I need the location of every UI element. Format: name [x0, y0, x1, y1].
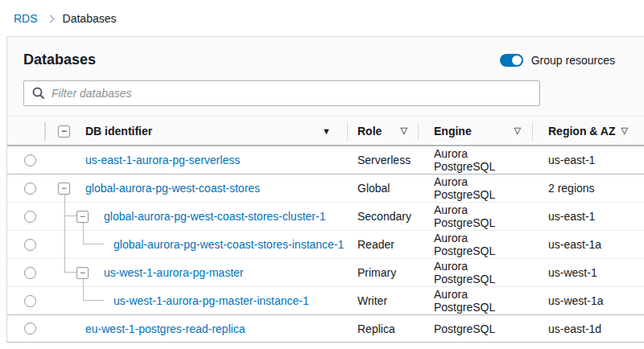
- region-az-cell: us-east-1d: [532, 315, 644, 342]
- breadcrumb: RDS Databases: [0, 0, 644, 36]
- radio-button[interactable]: [24, 211, 36, 223]
- breadcrumb-current-page: Databases: [63, 12, 117, 25]
- engine-cell: Aurora PostgreSQL: [418, 146, 532, 174]
- table-body: us-east-1-aurora-pg-serverless Serverles…: [7, 146, 644, 343]
- radio-button[interactable]: [24, 267, 36, 279]
- engine-cell: Aurora PostgreSQL: [418, 203, 532, 230]
- filter-databases-input[interactable]: [23, 80, 540, 106]
- table-row[interactable]: us-east-1-aurora-pg-serverless Serverles…: [7, 146, 644, 174]
- collapse-row-icon[interactable]: −: [76, 267, 89, 279]
- radio-button[interactable]: [24, 295, 36, 307]
- column-header-region-az[interactable]: Region & AZ ▽: [532, 117, 644, 145]
- db-identifier-link[interactable]: us-west-1-aurora-pg-master-instance-1: [45, 294, 309, 307]
- radio-button[interactable]: [24, 239, 36, 251]
- selection-column-header: [7, 117, 45, 145]
- filter-row: [7, 68, 644, 116]
- engine-cell: PostgreSQL: [418, 315, 532, 342]
- panel-header: Databases Group resources: [7, 37, 644, 68]
- column-header-engine[interactable]: Engine ▽: [418, 117, 532, 145]
- sort-descending-icon[interactable]: ▼: [322, 126, 331, 136]
- engine-cell: Aurora PostgreSQL: [418, 259, 532, 286]
- breadcrumb-link-rds[interactable]: RDS: [14, 12, 38, 25]
- role-cell: Replica: [347, 315, 418, 342]
- filter-column-icon[interactable]: ▽: [621, 125, 627, 136]
- role-cell: Writer: [347, 287, 418, 314]
- column-header-role[interactable]: Role ▽: [347, 117, 418, 145]
- page-title: Databases: [23, 51, 96, 68]
- db-identifier-link[interactable]: eu-west-1-postgres-read-replica: [45, 322, 245, 335]
- db-identifier-link[interactable]: us-east-1-aurora-pg-serverless: [45, 154, 240, 166]
- filter-column-icon[interactable]: ▽: [514, 125, 521, 136]
- table-row[interactable]: − global-aurora-pg-west-coast-stores Glo…: [7, 174, 644, 202]
- table-header: − DB identifier ▼ Role ▽ Engine ▽ Region…: [7, 116, 644, 146]
- role-cell: Global: [347, 174, 418, 202]
- group-resources-control: Group resources: [500, 54, 615, 67]
- role-cell: Primary: [347, 259, 418, 286]
- table-row[interactable]: global-aurora-pg-west-coast-stores-insta…: [7, 230, 644, 258]
- engine-cell: Aurora PostgreSQL: [418, 174, 532, 202]
- db-identifier-link[interactable]: us-west-1-aurora-pg-master: [45, 266, 244, 279]
- table-row[interactable]: us-west-1-aurora-pg-master-instance-1 Wr…: [7, 286, 644, 314]
- table-row[interactable]: − us-west-1-aurora-pg-master Primary Aur…: [7, 258, 644, 286]
- filter-column-icon[interactable]: ▽: [401, 125, 407, 136]
- engine-cell: Aurora PostgreSQL: [418, 287, 532, 314]
- db-identifier-link[interactable]: global-aurora-pg-west-coast-stores-insta…: [45, 238, 344, 251]
- radio-button[interactable]: [24, 154, 36, 166]
- role-cell: Secondary: [347, 203, 418, 230]
- collapse-row-icon[interactable]: −: [76, 211, 89, 223]
- region-az-cell: 2 regions: [532, 174, 644, 202]
- engine-cell: Aurora PostgreSQL: [418, 231, 532, 258]
- region-az-cell: us-east-1: [532, 146, 644, 174]
- table-row[interactable]: eu-west-1-postgres-read-replica Replica …: [7, 314, 644, 343]
- databases-panel: Databases Group resources − DB identifie…: [6, 36, 644, 343]
- radio-button[interactable]: [24, 322, 36, 335]
- chevron-right-icon: [46, 14, 54, 23]
- region-az-cell: us-west-1: [532, 259, 644, 286]
- role-cell: Reader: [347, 231, 418, 258]
- role-cell: Serverless: [347, 146, 418, 174]
- db-identifier-link[interactable]: global-aurora-pg-west-coast-stores: [45, 182, 260, 195]
- region-az-cell: us-west-1a: [532, 287, 644, 314]
- collapse-row-icon[interactable]: −: [58, 183, 70, 195]
- region-az-cell: us-east-1a: [532, 231, 644, 258]
- column-header-db-identifier[interactable]: − DB identifier ▼: [45, 117, 347, 145]
- collapse-all-icon[interactable]: −: [58, 125, 70, 138]
- region-az-cell: us-east-1: [532, 203, 644, 230]
- group-resources-label: Group resources: [531, 54, 615, 67]
- table-row[interactable]: − global-aurora-pg-west-coast-stores-clu…: [7, 202, 644, 230]
- group-resources-toggle[interactable]: [500, 54, 523, 67]
- radio-button[interactable]: [24, 183, 36, 195]
